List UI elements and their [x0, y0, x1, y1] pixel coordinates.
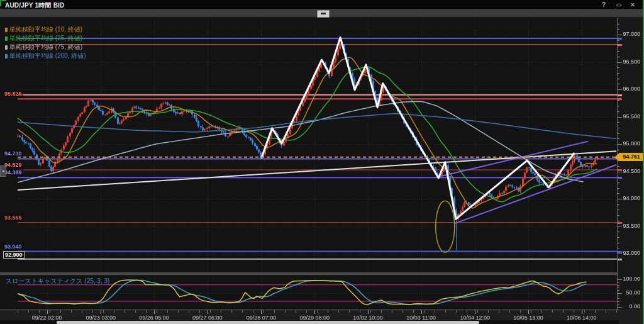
panel-collapse-button[interactable] — [317, 10, 330, 18]
ma200-swatch-icon — [5, 54, 8, 59]
ma10-swatch-icon — [5, 28, 8, 32]
ma75-swatch-icon — [5, 45, 8, 50]
current-price-arrow-icon — [614, 154, 619, 161]
help-button[interactable]: ? — [599, 1, 609, 9]
window-title: AUD/JPY 1時間 BID — [5, 1, 65, 10]
legend-ma10[interactable]: 単純移動平均線 (10, 終値) — [5, 25, 86, 34]
horizontal-scrollbar-thumb[interactable] — [57, 321, 479, 324]
left-collapse-handle[interactable]: ◂ — [0, 165, 6, 177]
legend-ma25[interactable]: 単純移動平均線 (25, 終値) — [5, 34, 86, 43]
window-accent-topleft2 — [0, 0, 1, 6]
ma-legend: 単純移動平均線 (10, 終値) 単純移動平均線 (25, 終値) 単純移動平均… — [5, 25, 86, 60]
ma25-swatch-icon — [5, 36, 8, 41]
legend-ma75[interactable]: 単純移動平均線 (75, 終値) — [5, 43, 86, 52]
stochastic-label[interactable]: スローストキャスティクス (25, 3, 3) — [6, 277, 109, 286]
chart-window: AUD/JPY 1時間 BID ? ▭ ✕ 単純移動平均線 (10, 終値) 単… — [0, 0, 644, 324]
close-button[interactable]: ✕ — [628, 1, 638, 9]
maximize-button[interactable]: ▭ — [614, 1, 624, 9]
title-bar: AUD/JPY 1時間 BID ? ▭ ✕ — [0, 0, 644, 9]
current-price-tag: 94.761 — [619, 153, 644, 161]
legend-ma200[interactable]: 単純移動平均線 (200, 終値) — [5, 52, 86, 60]
